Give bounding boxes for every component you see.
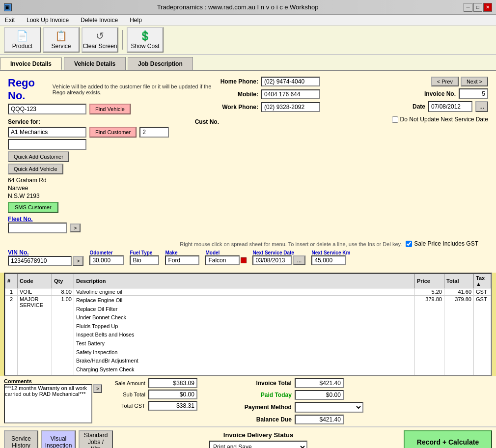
menu-lookup-invoice[interactable]: Look Up Invoice [24, 16, 72, 25]
sale-price-hint-row: Right mouse click on spread sheet for me… [8, 240, 488, 248]
home-phone-value: (02) 9474-4040 [261, 77, 320, 86]
product-button[interactable]: 📄 Product [4, 27, 41, 53]
model-group: Model [205, 250, 247, 265]
sale-amount-label: Sale Amount [106, 380, 145, 386]
minimize-button[interactable]: ─ [464, 3, 472, 12]
col-header-no: # [5, 274, 18, 288]
tab-job-description[interactable]: Job Description [128, 57, 193, 70]
nsd-group: Next Service Date ... [252, 250, 305, 265]
comments-textarea[interactable]: ***12 months Warranty on all work carrie… [4, 384, 92, 423]
col-header-total: Total [444, 274, 474, 288]
nsd-red-btn-1[interactable] [241, 257, 247, 263]
do-not-update-checkbox[interactable] [392, 116, 398, 123]
clear-screen-button[interactable]: ↺ Clear Screen [82, 27, 118, 53]
sms-row: SMS Customer [8, 202, 219, 213]
visual-inspection-button[interactable]: VisualInspection [41, 430, 76, 448]
fleet-input[interactable] [8, 223, 67, 233]
clear-screen-label: Clear Screen [83, 43, 117, 50]
payment-method-label: Payment Method [233, 404, 292, 411]
delivery-select-row: Print and Save Email SMS Save Only [209, 441, 307, 448]
vehicle-section: Right mouse click on spread sheet for me… [4, 238, 492, 270]
odometer-input[interactable] [89, 255, 124, 265]
find-vehicle-button[interactable]: Find Vehicle [89, 104, 131, 114]
payment-method-select[interactable]: Cash Card EFT [295, 402, 363, 413]
make-input[interactable] [165, 255, 199, 265]
nsd-red-buttons [241, 257, 247, 263]
sale-price-row: Sale Price Includes GST [406, 240, 488, 247]
col-header-desc: Description [74, 274, 415, 288]
close-button[interactable]: ✕ [483, 3, 492, 12]
date-input[interactable] [428, 101, 472, 112]
delivery-status-select[interactable]: Print and Save Email SMS Save Only [209, 441, 307, 448]
sale-amount-input[interactable] [148, 378, 197, 388]
invoice-no-input[interactable] [459, 88, 488, 99]
row2-code: MAJOR SERVICE [18, 296, 52, 376]
comments-scroll-button[interactable]: > [93, 384, 102, 393]
ns-km-input[interactable] [311, 255, 346, 265]
service-for-row: Service for: Cust No. [8, 118, 219, 125]
fleet-label[interactable]: Fleet No. [8, 216, 33, 223]
total-gst-input[interactable] [148, 401, 197, 411]
cust-no-input[interactable] [139, 127, 169, 138]
row1-code: VOIL [18, 288, 52, 296]
top-area: Rego No. Vehicle will be added to the cu… [4, 74, 492, 238]
show-cost-label: Show Cost [131, 43, 159, 50]
next-button[interactable]: Next > [461, 77, 488, 86]
fuel-type-group: Fuel Type [130, 250, 159, 265]
title-bar: ▣ Tradepronamics : www.rad.com.au I n v … [0, 0, 496, 15]
nsd-date-button[interactable]: ... [293, 255, 305, 265]
col-header-code: Code [18, 274, 52, 288]
service-history-button[interactable]: ServiceHistory [4, 430, 38, 448]
paid-today-input[interactable] [295, 390, 344, 400]
maximize-button[interactable]: □ [473, 3, 482, 12]
work-phone-row: Work Phone: (02) 9328-2092 [219, 102, 320, 112]
paid-today-label: Paid Today [233, 392, 292, 398]
vin-arrow-button[interactable]: > [73, 256, 83, 266]
invoice-total-input[interactable] [295, 378, 344, 388]
tab-invoice-details[interactable]: Invoice Details [0, 57, 62, 70]
prev-button[interactable]: < Prev [431, 77, 459, 86]
mobile-value: 0404 176 644 [261, 89, 320, 99]
tab-vehicle-details[interactable]: Vehicle Details [64, 57, 126, 70]
customer-name-input[interactable] [8, 127, 86, 138]
vin-label[interactable]: VIN No. [8, 249, 83, 256]
table-row[interactable]: 1 VOIL 8.00 Valvoline engine oil 5.20 41… [5, 288, 491, 296]
col-header-price: Price [415, 274, 444, 288]
quick-add-customer-button[interactable]: Quick Add Customer [8, 151, 69, 162]
menu-exit[interactable]: Exit [2, 16, 18, 25]
date-picker-button[interactable]: ... [475, 101, 488, 112]
sub-total-input[interactable] [148, 390, 197, 399]
balance-due-label: Balance Due [233, 416, 292, 423]
sms-customer-button[interactable]: SMS Customer [8, 202, 58, 213]
totals-section: Sale Amount Sub Total Total GST [106, 378, 219, 424]
model-input[interactable] [205, 255, 240, 265]
address-line2: Narwee [8, 184, 219, 192]
record-calculate-button[interactable]: Record + Calculate [404, 430, 492, 448]
sale-price-checkbox[interactable] [406, 241, 412, 247]
menu-delete-invoice[interactable]: Delete Invoice [78, 16, 121, 25]
find-customer-button[interactable]: Find Customer [89, 127, 137, 138]
vin-input[interactable] [8, 256, 72, 266]
clear-screen-icon: ↺ [96, 30, 104, 42]
sub-total-label: Sub Total [106, 392, 145, 397]
service-button[interactable]: 📋 Service [43, 27, 80, 53]
quick-add-vehicle-button[interactable]: Quick Add Vehicle [8, 164, 63, 174]
fleet-arrow-button[interactable]: > [70, 224, 81, 232]
extra-customer-input[interactable] [8, 139, 86, 150]
show-cost-button[interactable]: 💲 Show Cost [127, 27, 164, 53]
odometer-label: Odometer [89, 250, 124, 255]
vin-field-group: VIN No. > [8, 249, 83, 266]
date-label: Date [413, 103, 425, 110]
row2-price: 379.80 [415, 296, 444, 376]
table-row[interactable]: 2 MAJOR SERVICE 1.00 Replace Engine Oil … [5, 296, 491, 376]
sale-amount-row: Sale Amount [106, 378, 219, 388]
total-gst-row: Total GST [106, 401, 219, 411]
fuel-type-input[interactable] [130, 255, 159, 265]
work-phone-value: (02) 9328-2092 [261, 102, 320, 112]
standard-jobs-button[interactable]: StandardJobs / Kits [79, 430, 113, 448]
comments-label: Comments [4, 378, 102, 384]
menu-help[interactable]: Help [127, 16, 145, 25]
nsd-input[interactable] [252, 255, 292, 265]
balance-due-input[interactable] [295, 415, 344, 424]
rego-input[interactable] [8, 104, 86, 114]
